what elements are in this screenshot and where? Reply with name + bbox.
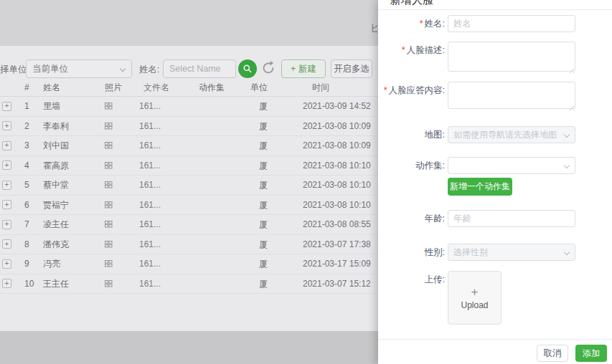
row-filename: 161... (137, 254, 189, 274)
search-button[interactable] (238, 59, 257, 78)
field-gender: 性别: 选择性别 (378, 244, 608, 261)
row-unit: 厦 (248, 235, 301, 254)
row-index: 4 (19, 156, 40, 176)
field-name: *姓名: (378, 15, 608, 32)
row-index: 9 (19, 254, 40, 274)
row-filename: 161... (137, 136, 189, 155)
header-photo: 照片 (98, 79, 137, 96)
row-actionset (189, 274, 248, 294)
expand-row-button[interactable]: + (2, 161, 11, 170)
chevron-down-icon (564, 249, 570, 255)
map-select-placeholder: 如需使用导航请先选择地图 (453, 130, 557, 140)
name-search-input[interactable] (163, 59, 236, 78)
expand-row-button[interactable]: + (2, 200, 11, 209)
table-header-row: # 姓名 照片 文件名 动作集 单位 时间 (0, 79, 391, 97)
field-age: 年龄: (378, 210, 608, 227)
photo-thumbnail-icon (105, 123, 113, 130)
upload-dropzone[interactable]: + Upload (448, 271, 502, 325)
row-name: 凌主任 (40, 215, 98, 234)
required-mark: * (402, 45, 405, 55)
face-description-label: *人脸描述: (378, 42, 448, 59)
row-actionset (189, 235, 248, 254)
row-index: 8 (19, 235, 40, 254)
expand-row-button[interactable]: + (2, 220, 11, 229)
row-unit: 厦 (248, 176, 301, 195)
row-actionset (189, 117, 248, 136)
row-unit: 厦 (248, 156, 301, 176)
name-field-label: *姓名: (378, 15, 448, 32)
row-index: 3 (19, 136, 40, 155)
age-field-label: 年龄: (378, 210, 448, 227)
field-face-reply: *人脸应答内容: (378, 82, 608, 112)
row-actionset (189, 156, 248, 176)
gender-select[interactable]: 选择性别 (448, 244, 575, 261)
clipped-background-glyph: 匕 (370, 22, 377, 35)
row-actionset (189, 254, 248, 274)
expand-row-button[interactable]: + (2, 181, 11, 190)
expand-row-button[interactable]: + (2, 239, 11, 249)
refresh-icon (260, 60, 276, 76)
map-select[interactable]: 如需使用导航请先选择地图 (448, 126, 575, 143)
face-reply-textarea[interactable] (448, 82, 575, 109)
search-icon (243, 64, 253, 74)
row-name: 冯亮 (40, 254, 98, 274)
header-name: 姓名 (40, 79, 98, 96)
table-row[interactable]: + 4 霍高原 161... 厦 2021-03-08 10:10 (0, 156, 391, 176)
table-row[interactable]: + 9 冯亮 161... 厦 2021-03-17 15:09 (0, 254, 391, 274)
content-card: 择单位: 当前单位 姓名: + 新建 开启多选 (0, 46, 391, 331)
expand-row-button[interactable]: + (2, 121, 11, 130)
expand-row-button[interactable]: + (2, 141, 11, 150)
toolbar: 择单位: 当前单位 姓名: + 新建 开启多选 (0, 59, 391, 78)
table-row[interactable]: + 1 里墙 161... 厦 2021-03-09 14:52 (0, 97, 391, 117)
gender-select-placeholder: 选择性别 (453, 247, 488, 257)
add-action-set-button[interactable]: 新增一个动作集 (448, 178, 512, 196)
field-action-set: 动作集: (378, 157, 608, 174)
photo-thumbnail-icon (105, 260, 113, 267)
photo-thumbnail-icon (105, 142, 113, 149)
expand-row-button[interactable]: + (2, 259, 11, 269)
map-field-label: 地图: (378, 126, 448, 143)
row-name: 刘中国 (40, 136, 98, 155)
row-actionset (189, 215, 248, 234)
expand-row-button[interactable]: + (2, 279, 11, 288)
table-row[interactable]: + 7 凌主任 161... 厦 2021-03-08 08:55 (0, 215, 391, 235)
row-actionset (189, 176, 248, 195)
name-filter-label: 姓名: (139, 64, 159, 76)
enable-multiselect-button[interactable]: 开启多选 (331, 59, 372, 78)
header-unit: 单位 (248, 79, 301, 96)
table-row[interactable]: + 8 潘伟克 161... 厦 2021-03-07 17:38 (0, 235, 391, 255)
unit-filter-select[interactable]: 当前单位 (26, 59, 132, 78)
table-row[interactable]: + 10 王主任 161... 厦 2021-03-07 15:12 (0, 274, 391, 294)
photo-thumbnail-icon (105, 241, 113, 248)
plus-icon: + (471, 286, 479, 299)
row-index: 10 (19, 274, 40, 294)
photo-thumbnail-icon (105, 181, 113, 188)
field-map: 地图: 如需使用导航请先选择地图 (378, 126, 608, 143)
refresh-button[interactable] (260, 60, 277, 77)
face-description-textarea[interactable] (448, 42, 575, 72)
photo-thumbnail-icon (105, 280, 113, 287)
upload-text: Upload (461, 300, 488, 310)
required-mark: * (384, 85, 387, 95)
expand-row-button[interactable]: + (2, 102, 11, 111)
add-button[interactable]: 添加 (575, 345, 607, 362)
table-row[interactable]: + 6 贾福宁 161... 厦 2021-03-08 10:10 (0, 196, 391, 216)
cancel-button[interactable]: 取消 (537, 345, 568, 362)
table-row[interactable]: + 3 刘中国 161... 厦 2021-03-08 10:09 (0, 136, 391, 156)
row-unit: 厦 (248, 136, 301, 155)
row-index: 2 (19, 117, 40, 136)
row-name: 潘伟克 (40, 235, 98, 254)
name-field-input[interactable] (448, 15, 575, 32)
table-row[interactable]: + 2 李奉利 161... 厦 2021-03-08 10:09 (0, 117, 391, 137)
age-field-input[interactable] (448, 210, 575, 227)
row-unit: 厦 (248, 97, 301, 116)
required-mark: * (420, 19, 423, 29)
photo-thumbnail-icon (105, 102, 113, 110)
row-unit: 厦 (248, 274, 301, 294)
row-unit: 厦 (248, 196, 301, 215)
new-record-button[interactable]: + 新建 (281, 59, 326, 78)
table-row[interactable]: + 5 蔡中堂 161... 厦 2021-03-08 10:10 (0, 176, 391, 196)
action-set-select[interactable] (448, 157, 575, 174)
action-set-label: 动作集: (378, 157, 448, 174)
drawer-title-divider (378, 9, 612, 10)
